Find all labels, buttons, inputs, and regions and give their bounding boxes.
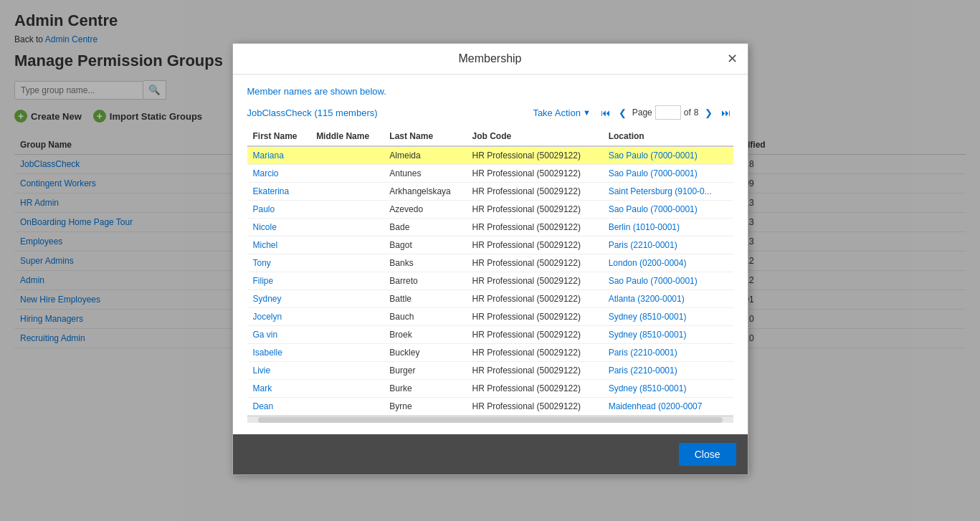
member-last-name: Antunes [384,165,466,183]
member-row: Tony Banks HR Professional (50029122) Lo… [247,254,733,272]
col-location: Location [603,127,733,146]
member-middle-name [310,290,384,308]
member-location: London (0200-0004) [603,254,733,272]
member-first-name: Livie [247,362,311,380]
member-row: Paulo Azevedo HR Professional (50029122)… [247,201,733,219]
member-job-code: HR Professional (50029122) [467,146,603,165]
member-job-code: HR Professional (50029122) [467,201,603,219]
member-job-code: HR Professional (50029122) [467,219,603,236]
close-button[interactable]: Close [679,443,736,466]
member-first-name: Jocelyn [247,308,311,326]
member-first-name: Dean [247,398,311,416]
member-last-name: Banks [384,254,466,272]
member-last-name: Bauch [384,308,466,326]
member-last-name: Buckley [384,344,466,362]
member-location: Paris (2210-0001) [603,344,733,362]
col-middle-name: Middle Name [310,127,384,146]
member-first-name: Nicole [247,219,311,236]
col-last-name: Last Name [384,127,466,146]
col-job-code: Job Code [467,127,603,146]
page-input[interactable]: 1 [655,105,681,120]
member-first-name: Ekaterina [247,183,311,201]
members-table: First Name Middle Name Last Name Job Cod… [247,127,733,416]
member-middle-name [310,219,384,236]
member-row: Livie Burger HR Professional (50029122) … [247,362,733,380]
member-middle-name [310,236,384,254]
member-location: Atlanta (3200-0001) [603,290,733,308]
prev-page-button[interactable]: ❮ [616,106,629,120]
pagination: ⏮ ❮ Page 1 of 8 ❯ ⏭ [598,105,733,120]
member-row: Ekaterina Arkhangelskaya HR Professional… [247,183,733,201]
member-location: Sao Paulo (7000-0001) [603,146,733,165]
member-job-code: HR Professional (50029122) [467,254,603,272]
membership-modal: Membership ✕ Member names are shown belo… [232,43,748,475]
member-row: Nicole Bade HR Professional (50029122) B… [247,219,733,236]
member-middle-name [310,326,384,344]
member-first-name: Paulo [247,201,311,219]
member-first-name: Ga vin [247,326,311,344]
member-location: Berlin (1010-0001) [603,219,733,236]
member-middle-name [310,398,384,416]
member-middle-name [310,146,384,165]
member-row: Michel Bagot HR Professional (50029122) … [247,236,733,254]
member-location: Sao Paulo (7000-0001) [603,272,733,290]
member-last-name: Azevedo [384,201,466,219]
member-location: Sao Paulo (7000-0001) [603,201,733,219]
member-location: Sydney (8510-0001) [603,380,733,398]
member-job-code: HR Professional (50029122) [467,290,603,308]
member-first-name: Marcio [247,165,311,183]
col-first-name: First Name [247,127,311,146]
member-last-name: Burger [384,362,466,380]
first-page-button[interactable]: ⏮ [598,106,613,120]
member-job-code: HR Professional (50029122) [467,344,603,362]
member-last-name: Almeida [384,146,466,165]
member-first-name: Sydney [247,290,311,308]
member-row: Mariana Almeida HR Professional (5002912… [247,146,733,165]
member-first-name: Tony [247,254,311,272]
member-row: Isabelle Buckley HR Professional (500291… [247,344,733,362]
modal-overlay: Membership ✕ Member names are shown belo… [0,0,980,521]
horizontal-scrollbar[interactable] [247,416,733,423]
member-middle-name [310,380,384,398]
last-page-button[interactable]: ⏭ [718,106,733,120]
member-middle-name [310,344,384,362]
member-location: Maidenhead (0200-0007 [603,398,733,416]
take-action-dropdown-icon: ▼ [583,108,591,117]
modal-footer: Close [233,434,748,474]
member-job-code: HR Professional (50029122) [467,165,603,183]
take-action-link[interactable]: Take Action ▼ [533,107,590,118]
member-last-name: Bade [384,219,466,236]
member-job-code: HR Professional (50029122) [467,308,603,326]
member-row: Dean Byrne HR Professional (50029122) Ma… [247,398,733,416]
next-page-button[interactable]: ❯ [702,106,715,120]
member-last-name: Broek [384,326,466,344]
member-info-text: Member names are shown below. [247,86,733,97]
member-job-code: HR Professional (50029122) [467,380,603,398]
member-job-code: HR Professional (50029122) [467,272,603,290]
member-last-name: Arkhangelskaya [384,183,466,201]
member-last-name: Burke [384,380,466,398]
member-first-name: Mariana [247,146,311,165]
member-first-name: Michel [247,236,311,254]
member-middle-name [310,201,384,219]
member-location: Sydney (8510-0001) [603,308,733,326]
member-last-name: Byrne [384,398,466,416]
member-middle-name [310,362,384,380]
member-middle-name [310,254,384,272]
member-middle-name [310,183,384,201]
member-first-name: Isabelle [247,344,311,362]
member-job-code: HR Professional (50029122) [467,362,603,380]
member-middle-name [310,308,384,326]
member-last-name: Barreto [384,272,466,290]
member-location: Paris (2210-0001) [603,236,733,254]
member-job-code: HR Professional (50029122) [467,236,603,254]
member-location: Paris (2210-0001) [603,362,733,380]
member-group-label: JobClassCheck (115 members) [247,107,378,118]
page-total: 8 [694,107,699,118]
member-row: Sydney Battle HR Professional (50029122)… [247,290,733,308]
member-job-code: HR Professional (50029122) [467,398,603,416]
member-location: Sao Paulo (7000-0001) [603,165,733,183]
page-label: Page [632,107,652,118]
modal-close-button[interactable]: ✕ [727,51,738,67]
member-first-name: Filipe [247,272,311,290]
